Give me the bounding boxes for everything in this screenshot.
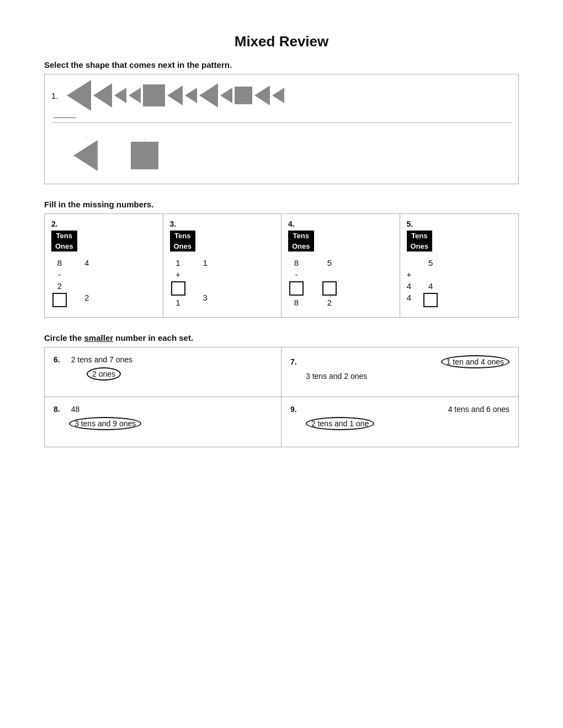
circle-num-9: 9.: [290, 405, 297, 414]
shape-tri-8: [220, 88, 232, 103]
tens-ones-3: Tens Ones: [170, 231, 196, 251]
fill-cell-4: 4. Tens Ones 8 - 8 5 2: [282, 214, 400, 317]
fill-section: Fill in the missing numbers. 2. Tens One…: [44, 200, 519, 318]
circle-section: Circle the smaller number in each set. 6…: [44, 333, 519, 447]
res-ones-box-5[interactable]: [423, 293, 438, 307]
shape-tri-6: [185, 88, 197, 103]
res-tens-3: 1: [176, 298, 180, 307]
circle-val-6a: 2 tens and 7 ones: [71, 355, 132, 364]
ones-label-4: Ones: [288, 241, 314, 251]
fill-cell-2: 2. Tens Ones 8 - 2 4 2: [45, 214, 163, 317]
circle-num-7: 7.: [290, 357, 297, 366]
fill-num-4: 4.: [288, 220, 393, 228]
tens-label-5: Tens: [407, 231, 433, 241]
shape-tri-7: [199, 83, 218, 108]
problem-1-num: 1.: [51, 91, 63, 100]
op-5: +: [407, 270, 412, 279]
section1-label: Select the shape that comes next in the …: [44, 60, 519, 69]
op-tens-box-3[interactable]: [171, 281, 185, 296]
fill-num-3: 3.: [170, 220, 275, 228]
tens-ones-5: Tens Ones: [407, 231, 433, 251]
choice-a[interactable]: .: [73, 133, 98, 171]
res-ones-2: 2: [84, 293, 89, 302]
op-tens-box-4[interactable]: [289, 281, 304, 296]
shape-tri-4: [129, 88, 141, 103]
pattern-box: 1. .: [44, 74, 519, 184]
circle-val-9a: 4 tens and 6 ones: [448, 405, 509, 414]
circle-cell-8: 8. 48 3 tens and 9 ones: [45, 397, 282, 447]
circle-cell-9: 9. 4 tens and 6 ones 2 tens and 1 one: [282, 397, 518, 447]
tens-val-2: 8: [57, 258, 62, 267]
fill-cell-5: 5. Tens Ones + 4 4 5 4: [400, 214, 519, 317]
section3-label: Circle the smaller number in each set.: [44, 333, 519, 342]
fill-num-5: 5.: [407, 220, 512, 228]
circle-val-8a: 48: [71, 405, 80, 414]
shape-tri-9: [254, 85, 270, 105]
shape-tri-3: [114, 88, 126, 103]
tens-label-3: Tens: [170, 231, 196, 241]
tens-ones-4: Tens Ones: [288, 231, 314, 251]
answer-choices: . .: [51, 127, 512, 176]
page-title: Mixed Review: [44, 33, 519, 50]
circle-num-8: 8.: [54, 405, 60, 414]
shape-tri-1: [67, 80, 91, 111]
circle-cell-7: 7. 1 ten and 4 ones 3 tens and 2 ones: [282, 347, 518, 397]
res-ones-3: 3: [203, 293, 208, 302]
res-tens-5: 4: [407, 293, 411, 302]
section2-label: Fill in the missing numbers.: [44, 200, 519, 209]
circle-cell-6: 6. 2 tens and 7 ones 2 ones: [45, 347, 282, 397]
ones-label-3: Ones: [170, 241, 196, 251]
fill-cell-3: 3. Tens Ones 1 + 1 1 3: [163, 214, 282, 317]
circle-val-7a: 1 ten and 4 ones: [441, 355, 509, 368]
res-ones-4: 2: [327, 298, 332, 307]
tens-label-4: Tens: [288, 231, 314, 241]
fill-num-2: 2.: [51, 220, 156, 228]
tens-ones-2: Tens Ones: [51, 231, 77, 251]
choice-b-shape: [131, 142, 158, 169]
ones-val-5: 5: [428, 258, 433, 267]
choice-a-shape: [73, 140, 98, 171]
op-tens-2: 2: [57, 281, 62, 291]
op-2: -: [59, 270, 61, 279]
shape-tri-2: [93, 83, 112, 108]
ones-label-2: Ones: [51, 241, 77, 251]
pattern-shapes: [67, 80, 284, 111]
circle-val-8b: 3 tens and 9 ones: [69, 417, 141, 430]
op-4: -: [295, 270, 298, 279]
tens-val-4: 8: [294, 258, 299, 267]
op-ones-5: 4: [428, 281, 433, 291]
shape-sq-2: [235, 87, 252, 104]
op-3: +: [176, 270, 180, 279]
shape-tri-5: [167, 85, 183, 105]
circle-num-6: 6.: [54, 355, 60, 364]
choice-b-dot: .: [144, 135, 146, 141]
res-tens-box-2[interactable]: [52, 293, 67, 307]
op-tens-5: 4: [407, 281, 411, 291]
shape-tri-10: [272, 88, 284, 103]
ones-label-5: Ones: [407, 241, 433, 251]
circle-grid: 6. 2 tens and 7 ones 2 ones 7. 1 ten and…: [44, 347, 519, 447]
op-ones-box-4[interactable]: [322, 281, 337, 296]
circle-val-7b: 3 tens and 2 ones: [306, 372, 367, 381]
circle-val-9b: 2 tens and 1 one: [306, 417, 374, 430]
res-tens-4: 8: [294, 298, 299, 307]
fill-grid: 2. Tens Ones 8 - 2 4 2: [44, 213, 519, 318]
tens-val-3: 1: [176, 258, 180, 267]
choice-b[interactable]: .: [131, 135, 158, 169]
ones-val-3: 1: [203, 258, 208, 267]
tens-label-2: Tens: [51, 231, 77, 241]
divider: [51, 122, 512, 123]
ones-val-4: 5: [327, 258, 332, 267]
shape-sq-1: [143, 84, 165, 106]
pattern-row: 1.: [51, 80, 512, 111]
answer-line-1: [54, 117, 76, 118]
ones-val-2: 4: [84, 258, 89, 267]
choice-a-dot: .: [85, 133, 87, 139]
circle-val-6b: 2 ones: [87, 367, 121, 381]
